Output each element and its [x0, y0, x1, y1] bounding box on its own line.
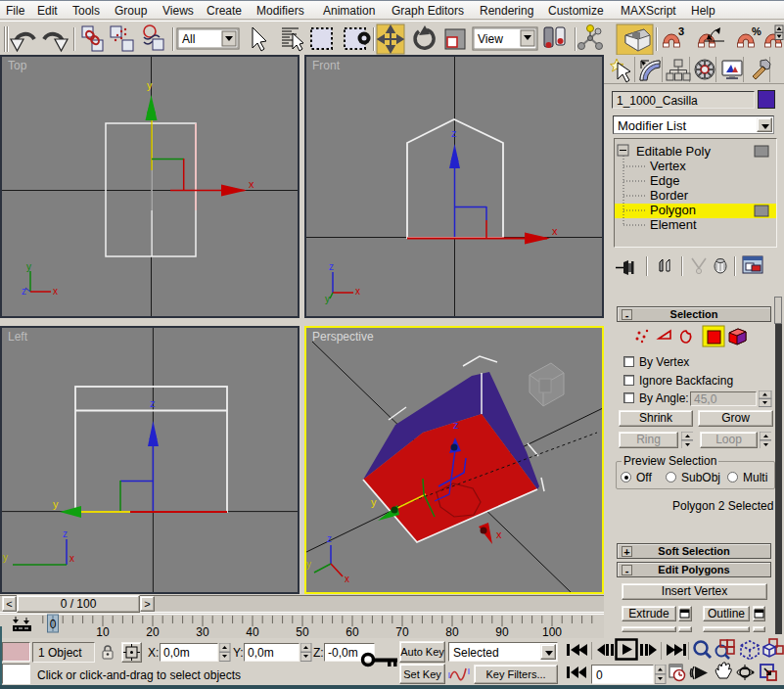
svg-text:All: All: [182, 32, 195, 46]
svg-text:y: y: [306, 559, 311, 570]
svg-text:z: z: [150, 397, 156, 409]
svg-text:y: y: [3, 552, 8, 563]
svg-text:80: 80: [445, 625, 459, 638]
svg-text:Element: Element: [650, 217, 697, 232]
svg-text:y: y: [26, 261, 31, 272]
svg-text:10: 10: [96, 625, 110, 638]
svg-text:40: 40: [246, 625, 259, 638]
svg-text:Border: Border: [650, 188, 689, 203]
svg-text:Editable Poly: Editable Poly: [636, 144, 711, 159]
svg-text:x: x: [249, 178, 254, 190]
svg-text:x: x: [345, 574, 349, 584]
svg-text:Edge: Edge: [650, 173, 679, 188]
svg-text:y: y: [147, 79, 153, 91]
svg-text:%: %: [752, 25, 761, 37]
svg-text:Polygon: Polygon: [650, 203, 696, 217]
svg-text:z: z: [22, 286, 26, 297]
svg-text:z: z: [451, 127, 457, 139]
svg-text:30: 30: [196, 625, 209, 638]
svg-text:60: 60: [346, 625, 359, 638]
svg-text:90: 90: [495, 625, 509, 638]
svg-text:x: x: [355, 286, 360, 297]
svg-text:x: x: [552, 225, 558, 237]
svg-text:x: x: [69, 553, 74, 564]
svg-text:y: y: [371, 496, 377, 508]
svg-text:View: View: [478, 32, 503, 46]
svg-text:3: 3: [678, 25, 684, 37]
svg-text:z: z: [329, 261, 334, 272]
svg-text:50: 50: [296, 625, 309, 638]
svg-text:20: 20: [146, 625, 160, 638]
svg-text:0: 0: [50, 618, 57, 631]
svg-text:Vertex: Vertex: [650, 159, 686, 173]
svg-text:y: y: [53, 498, 59, 510]
svg-text:x: x: [496, 528, 502, 540]
svg-text:y: y: [325, 294, 330, 304]
svg-text:z: z: [63, 528, 68, 539]
svg-text:100: 100: [542, 625, 562, 638]
svg-text:x: x: [53, 286, 58, 297]
svg-text:z: z: [327, 533, 332, 544]
svg-text:z: z: [453, 419, 459, 431]
svg-text:70: 70: [395, 625, 409, 638]
